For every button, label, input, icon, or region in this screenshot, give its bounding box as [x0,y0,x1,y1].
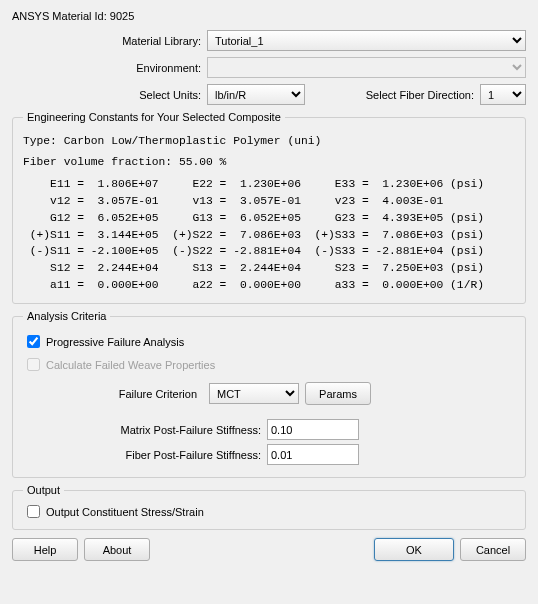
environment-select [207,57,526,78]
cfwp-checkbox [27,358,40,371]
material-library-label: Material Library: [12,35,207,47]
cancel-button[interactable]: Cancel [460,538,526,561]
material-library-select[interactable]: Tutorial_1 [207,30,526,51]
material-id-label: ANSYS Material Id: 9025 [12,10,134,22]
ok-button[interactable]: OK [374,538,454,561]
fiber-direction-select[interactable]: 1 [480,84,526,105]
output-legend: Output [23,484,64,496]
pfa-checkbox[interactable] [27,335,40,348]
select-units-select[interactable]: lb/in/R [207,84,305,105]
pfa-label: Progressive Failure Analysis [46,336,184,348]
about-button[interactable]: About [84,538,150,561]
fiber-pf-input[interactable] [267,444,359,465]
select-units-label: Select Units: [12,89,207,101]
output-constituent-label: Output Constituent Stress/Strain [46,506,204,518]
help-button[interactable]: Help [12,538,78,561]
output-group: Output Output Constituent Stress/Strain [12,484,526,530]
cfwp-label: Calculate Failed Weave Properties [46,359,215,371]
environment-label: Environment: [12,62,207,74]
output-constituent-checkbox[interactable] [27,505,40,518]
failure-criterion-select[interactable]: MCT [209,383,299,404]
composite-type-line: Type: Carbon Low/Thermoplastic Polymer (… [23,133,515,150]
fiber-pf-label: Fiber Post-Failure Stiffness: [23,449,267,461]
params-button[interactable]: Params [305,382,371,405]
failure-criterion-label: Failure Criterion [108,388,203,400]
matrix-pf-input[interactable] [267,419,359,440]
engineering-constants-legend: Engineering Constants for Your Selected … [23,111,285,123]
analysis-criteria-legend: Analysis Criteria [23,310,110,322]
fiber-direction-label: Select Fiber Direction: [366,89,480,101]
fiber-volume-fraction-line: Fiber volume fraction: 55.00 % [23,154,515,171]
matrix-pf-label: Matrix Post-Failure Stiffness: [23,424,267,436]
analysis-criteria-group: Analysis Criteria Progressive Failure An… [12,310,526,478]
constants-table: E11 = 1.806E+07 E22 = 1.230E+06 E33 = 1.… [23,176,515,293]
engineering-constants-group: Engineering Constants for Your Selected … [12,111,526,304]
